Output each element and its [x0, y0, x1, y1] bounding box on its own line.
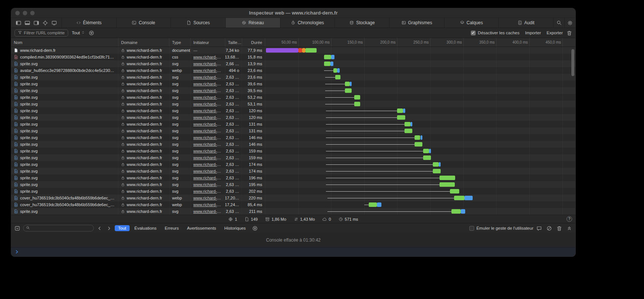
tab-sources[interactable]: Sources — [171, 18, 225, 28]
tab-layers[interactable]: Calques — [444, 18, 499, 28]
network-request-row[interactable]: sprite.svgwww.richard-dern.frsvgwww.rich… — [11, 168, 575, 174]
resource-initiator[interactable]: www.richard-d… — [193, 135, 222, 140]
url-filter-input[interactable]: Filtrer l'URL complète — [15, 29, 68, 37]
tab-storage[interactable]: Stockage — [334, 18, 389, 28]
tab-graphics[interactable]: Graphismes — [389, 18, 444, 28]
filter-options-button[interactable] — [89, 30, 94, 36]
network-request-row[interactable]: www.richard-dern.frwww.richard-dern.frdo… — [11, 47, 575, 54]
resource-initiator[interactable]: www.richard-d… — [193, 68, 222, 73]
resource-initiator[interactable]: www.richard-d… — [193, 62, 222, 66]
console-search-input[interactable] — [23, 225, 94, 232]
dock-left-icon[interactable] — [16, 20, 21, 26]
resource-initiator[interactable]: www.richard-d… — [193, 75, 222, 79]
network-request-row[interactable]: sprite.svgwww.richard-dern.frsvgwww.rich… — [11, 87, 575, 94]
column-header[interactable]: Initiateur — [191, 38, 225, 47]
network-request-row[interactable]: sprite.svgwww.richard-dern.frsvgwww.rich… — [11, 181, 575, 188]
console-filter-options-button[interactable] — [252, 226, 258, 231]
resource-initiator[interactable]: www.richard-d… — [193, 182, 222, 187]
resource-initiator[interactable]: www.richard-d… — [193, 209, 222, 214]
console-tab-erreurs[interactable]: Erreurs — [161, 225, 182, 231]
resource-initiator[interactable]: www.richard-d… — [193, 108, 222, 113]
network-request-row[interactable]: cover_hu736519dc3b5040cfa48b6b559b6de6ec… — [11, 201, 575, 208]
network-request-row[interactable]: sprite.svgwww.richard-dern.frsvgwww.rich… — [11, 148, 575, 154]
column-header[interactable]: Domaine — [118, 38, 169, 47]
network-request-row[interactable]: sprite.svgwww.richard-dern.frsvgwww.rich… — [11, 134, 575, 141]
network-request-row[interactable]: sprite.svgwww.richard-dern.frsvgwww.rich… — [11, 121, 575, 128]
console-prompt[interactable] — [11, 247, 575, 256]
network-request-row[interactable]: sprite.svgwww.richard-dern.frsvgwww.rich… — [11, 60, 575, 67]
tab-audit[interactable]: Audit — [498, 18, 553, 28]
network-request-row[interactable]: sprite.svgwww.richard-dern.frsvgwww.rich… — [11, 154, 575, 161]
console-scope-button[interactable] — [15, 226, 20, 231]
next-result-button[interactable] — [106, 226, 112, 231]
close-window-button[interactable] — [15, 11, 20, 15]
resource-initiator[interactable]: www.richard-d… — [193, 115, 222, 120]
network-request-row[interactable]: sprite.svgwww.richard-dern.frsvgwww.rich… — [11, 107, 575, 114]
resource-initiator[interactable]: www.richard-d… — [193, 102, 222, 106]
tab-elements[interactable]: Éléments — [61, 18, 116, 28]
export-button[interactable]: Exporter — [545, 31, 563, 35]
network-request-row[interactable]: sprite.svgwww.richard-dern.frsvgwww.rich… — [11, 174, 575, 181]
tab-network[interactable]: Réseau — [225, 18, 280, 28]
disable-caches-checkbox[interactable]: Désactiver les caches — [471, 31, 520, 35]
settings-button[interactable] — [564, 18, 575, 28]
resource-initiator[interactable]: www.richard-d… — [193, 162, 222, 167]
network-request-row[interactable]: sprite.svgwww.richard-dern.frsvgwww.rich… — [11, 81, 575, 87]
import-button[interactable]: Importer — [523, 31, 541, 35]
element-picker-icon[interactable] — [42, 20, 48, 26]
network-request-row[interactable]: sprite.svgwww.richard-dern.frsvgwww.rich… — [11, 94, 575, 101]
vertical-scrollbar[interactable] — [571, 49, 574, 76]
network-request-row[interactable]: avatar_hu85ecc3e298728880b0bde2dcc4e5c23… — [11, 67, 575, 74]
network-request-row[interactable]: sprite.svgwww.richard-dern.frsvgwww.rich… — [11, 128, 575, 134]
expand-console-button[interactable] — [567, 226, 572, 231]
resource-initiator[interactable]: www.richard-d… — [193, 202, 222, 207]
device-icon[interactable] — [51, 20, 57, 26]
trash-button[interactable] — [556, 226, 562, 231]
messages-icon[interactable] — [536, 226, 542, 231]
console-tab-tout[interactable]: Tout — [115, 225, 130, 231]
help-button[interactable]: ? — [567, 216, 572, 222]
column-header[interactable]: Type — [169, 38, 191, 47]
resource-initiator[interactable]: www.richard-d… — [193, 88, 222, 93]
network-request-row[interactable]: sprite.svgwww.richard-dern.frsvgwww.rich… — [11, 101, 575, 107]
resource-type-select[interactable]: Tout — [72, 31, 85, 35]
column-header[interactable]: Taille… — [225, 38, 242, 47]
minimize-window-button[interactable] — [23, 11, 27, 15]
network-request-row[interactable]: sprite.svgwww.richard-dern.frsvgwww.rich… — [11, 114, 575, 121]
column-header[interactable]: Nom — [11, 38, 118, 47]
previous-result-button[interactable] — [97, 226, 102, 231]
resource-initiator[interactable]: www.richard-d… — [193, 122, 222, 126]
resource-initiator[interactable]: www.richard-d… — [193, 176, 222, 180]
clear-network-items-button[interactable] — [567, 30, 572, 36]
network-request-row[interactable]: sprite.svgwww.richard-dern.frsvgwww.rich… — [11, 141, 575, 148]
dock-right-icon[interactable] — [34, 20, 39, 26]
column-header[interactable]: Durée — [242, 38, 265, 47]
console-tab-évaluations[interactable]: Évaluations — [131, 225, 160, 231]
checkbox-unchecked[interactable] — [469, 226, 474, 231]
zoom-window-button[interactable] — [30, 11, 35, 15]
network-request-row[interactable]: compiled.min.38390909f303624ed9e1cf1bd3f… — [11, 54, 575, 60]
network-request-row[interactable]: sprite.svgwww.richard-dern.frsvgwww.rich… — [11, 161, 575, 168]
resource-initiator[interactable]: www.richard-d… — [193, 82, 222, 86]
search-button[interactable] — [553, 18, 564, 28]
tab-console[interactable]: Console — [116, 18, 171, 28]
network-request-row[interactable]: sprite.svgwww.richard-dern.frsvgwww.rich… — [11, 208, 575, 215]
clear-console-button[interactable] — [546, 226, 552, 231]
resource-initiator[interactable]: www.richard-d… — [193, 142, 222, 147]
resource-initiator[interactable]: www.richard-d… — [193, 155, 222, 160]
resource-initiator[interactable]: www.richard-d… — [193, 129, 222, 133]
resource-initiator[interactable]: www.richard-d… — [193, 95, 222, 100]
resource-initiator[interactable]: www.richard-d… — [193, 189, 222, 193]
tab-timelines[interactable]: Chronologies — [280, 18, 335, 28]
network-request-row[interactable]: cover_hu736519dc3b5040cfa48b6b559b6de6ec… — [11, 195, 575, 201]
network-request-row[interactable]: sprite.svgwww.richard-dern.frsvgwww.rich… — [11, 74, 575, 81]
resource-initiator[interactable]: www.richard-d… — [193, 55, 222, 59]
resource-initiator[interactable]: www.richard-d… — [193, 169, 222, 173]
network-request-row[interactable]: sprite.svgwww.richard-dern.frsvgwww.rich… — [11, 188, 575, 195]
console-tab-historiques[interactable]: Historiques — [221, 225, 249, 231]
emulate-user-gesture-checkbox[interactable]: Émuler le geste de l'utilisateur — [469, 226, 533, 231]
checkbox-checked[interactable] — [471, 31, 476, 35]
dock-bottom-icon[interactable] — [25, 20, 30, 26]
resource-initiator[interactable]: www.richard-d… — [193, 196, 222, 200]
console-tab-avertissements[interactable]: Avertissements — [184, 225, 219, 231]
